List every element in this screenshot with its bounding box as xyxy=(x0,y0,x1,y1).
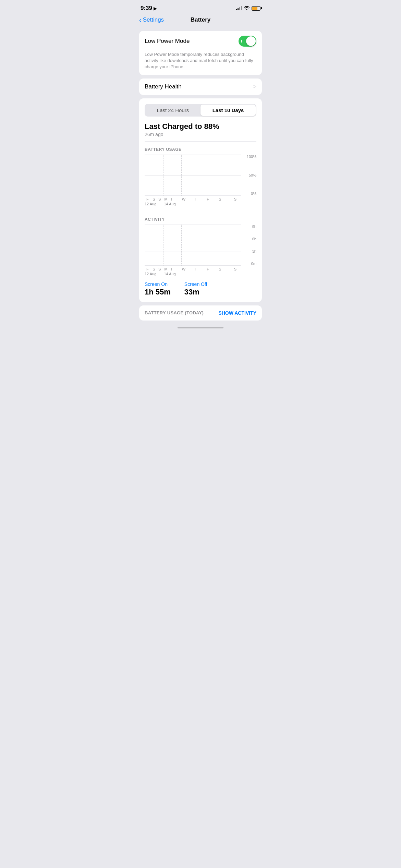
status-bar: 9:39 ▶ xyxy=(134,0,267,14)
segment-24hours[interactable]: Last 24 Hours xyxy=(145,105,200,116)
screen-off-stat: Screen Off 33m xyxy=(184,281,207,297)
back-button[interactable]: ‹ Settings xyxy=(139,16,164,23)
battery-x-labels: F S S M T W T xyxy=(145,197,256,201)
show-activity-button[interactable]: SHOW ACTIVITY xyxy=(218,310,256,316)
stats-card: Last 24 Hours Last 10 Days Last Charged … xyxy=(139,98,262,302)
location-icon: ▶ xyxy=(154,6,157,11)
wifi-icon xyxy=(244,5,250,11)
low-power-mode-section: Low Power Mode I Low Power Mode temporar… xyxy=(139,31,262,75)
battery-usage-section: BATTERY USAGE xyxy=(145,147,256,206)
activity-date-labels: 12 Aug 14 Aug xyxy=(145,272,256,276)
segment-control[interactable]: Last 24 Hours Last 10 Days xyxy=(145,104,256,117)
battery-icon xyxy=(252,6,260,11)
nav-header: ‹ Settings Battery xyxy=(134,14,267,27)
low-power-mode-toggle[interactable]: I xyxy=(239,36,256,47)
back-chevron-icon: ‹ xyxy=(139,16,142,23)
chevron-right-icon: > xyxy=(253,84,256,90)
low-power-mode-description: Low Power Mode temporarily reduces backg… xyxy=(139,51,262,75)
low-power-mode-row[interactable]: Low Power Mode I xyxy=(139,31,262,51)
screen-on-value: 1h 55m xyxy=(145,288,171,297)
activity-label: ACTIVITY xyxy=(145,217,256,222)
signal-icon xyxy=(236,6,242,10)
bottom-label: BATTERY USAGE (TODAY) xyxy=(145,310,204,315)
screen-off-label: Screen Off xyxy=(184,281,207,287)
page-title: Battery xyxy=(191,16,211,23)
home-indicator xyxy=(134,324,267,330)
battery-usage-label: BATTERY USAGE xyxy=(145,147,256,152)
activity-x-labels: F S S M T W T xyxy=(145,267,256,271)
bottom-usage-bar: BATTERY USAGE (TODAY) SHOW ACTIVITY xyxy=(139,305,262,321)
charge-title: Last Charged to 88% xyxy=(145,122,256,131)
screen-on-label: Screen On xyxy=(145,281,171,287)
segment-10days[interactable]: Last 10 Days xyxy=(200,105,256,116)
screen-off-value: 33m xyxy=(184,288,207,297)
charge-subtitle: 26m ago xyxy=(145,132,256,137)
status-time: 9:39 ▶ xyxy=(141,5,157,12)
battery-health-label: Battery Health xyxy=(145,83,182,90)
battery-health-section[interactable]: Battery Health > xyxy=(139,79,262,95)
charge-info: Last Charged to 88% 26m ago xyxy=(145,122,256,137)
back-label[interactable]: Settings xyxy=(143,16,164,23)
status-icons xyxy=(236,5,260,11)
battery-date-labels: 12 Aug 14 Aug xyxy=(145,202,256,206)
screen-on-stat: Screen On 1h 55m xyxy=(145,281,171,297)
activity-section: ACTIVITY xyxy=(145,217,256,276)
low-power-mode-label: Low Power Mode xyxy=(145,38,190,45)
battery-health-row[interactable]: Battery Health > xyxy=(139,79,262,95)
activity-stats: Screen On 1h 55m Screen Off 33m xyxy=(145,281,256,297)
